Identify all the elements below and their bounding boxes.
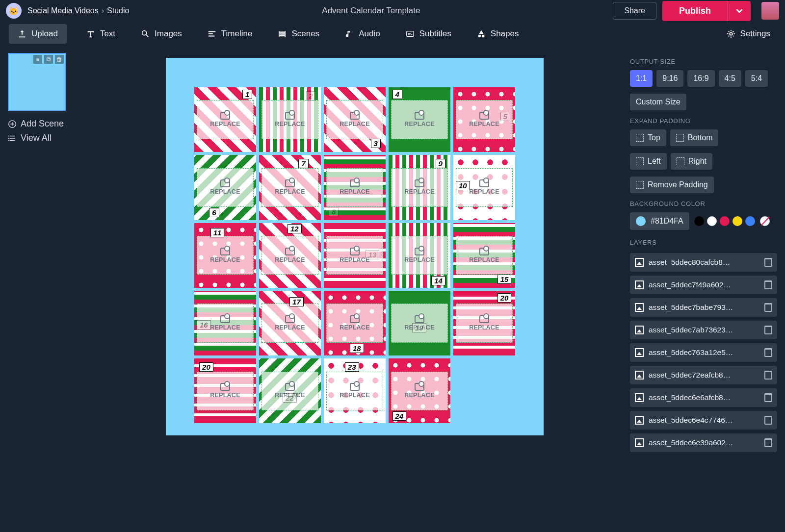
layer-delete-button[interactable]: [764, 438, 772, 447]
add-scene-button[interactable]: Add Scene: [8, 119, 83, 129]
replace-slot[interactable]: REPLACE: [391, 168, 448, 207]
pad-right-button[interactable]: Right: [671, 153, 712, 170]
replace-slot[interactable]: REPLACE: [197, 372, 254, 410]
scene-thumbnail[interactable]: ≡ ⧉ 🗑: [8, 53, 66, 111]
view-all-button[interactable]: View All: [8, 133, 83, 143]
replace-slot[interactable]: REPLACE: [326, 100, 383, 139]
ratio-4-5[interactable]: 4:5: [719, 70, 741, 87]
remove-padding-button[interactable]: Remove Padding: [630, 177, 714, 193]
replace-slot[interactable]: REPLACE: [262, 168, 318, 207]
layer-delete-button[interactable]: [764, 326, 772, 334]
duplicate-icon[interactable]: ⧉: [44, 55, 53, 64]
layer-delete-button[interactable]: [764, 280, 772, 289]
replace-slot[interactable]: REPLACE: [456, 304, 513, 342]
calendar-cell[interactable]: REPLACE1: [194, 87, 256, 152]
replace-slot[interactable]: REPLACE: [262, 304, 318, 342]
user-avatar[interactable]: [761, 2, 779, 20]
project-title[interactable]: Advent Calendar Template: [135, 6, 607, 16]
ratio-9-16[interactable]: 9:16: [656, 70, 683, 87]
layer-delete-button[interactable]: [764, 303, 772, 312]
calendar-cell[interactable]: REPLACE23: [324, 358, 386, 423]
calendar-cell[interactable]: REPLACE22: [259, 358, 321, 423]
replace-slot[interactable]: REPLACE: [326, 168, 383, 207]
replace-slot[interactable]: REPLACE: [391, 236, 448, 275]
calendar-cell[interactable]: REPLACE11: [194, 223, 256, 288]
layer-delete-button[interactable]: [764, 348, 772, 357]
layer-delete-button[interactable]: [764, 371, 772, 380]
images-button[interactable]: Images: [135, 25, 188, 43]
upload-button[interactable]: Upload: [9, 24, 67, 44]
replace-slot[interactable]: REPLACE: [262, 372, 318, 410]
layer-row[interactable]: asset_5ddec7f49a602…: [630, 276, 777, 294]
publish-button[interactable]: Publish: [662, 1, 728, 21]
swatch[interactable]: [733, 216, 742, 226]
layer-row[interactable]: asset_5ddec6e4c7746…: [630, 411, 777, 430]
calendar-cell[interactable]: REPLACE10: [453, 155, 515, 220]
calendar-cell[interactable]: REPLACE19: [389, 291, 450, 355]
replace-slot[interactable]: REPLACE: [197, 168, 254, 207]
replace-slot[interactable]: REPLACE: [456, 236, 513, 275]
layer-row[interactable]: asset_5ddec763a12e5…: [630, 343, 777, 362]
timeline-button[interactable]: Timeline: [202, 25, 259, 43]
calendar-cell[interactable]: REPLACE18: [324, 291, 386, 355]
replace-slot[interactable]: REPLACE: [262, 100, 318, 139]
layer-delete-button[interactable]: [764, 258, 772, 267]
layer-row[interactable]: asset_5ddec6e6afcb8…: [630, 388, 777, 407]
calendar-cell[interactable]: REPLACE6: [194, 155, 256, 220]
bgcolor-display[interactable]: #81D4FA: [630, 212, 689, 230]
pad-top-button[interactable]: Top: [630, 129, 666, 146]
reorder-icon[interactable]: ≡: [33, 55, 42, 64]
layer-row[interactable]: asset_5ddec80cafcb8…: [630, 253, 777, 272]
ratio-16-9[interactable]: 16:9: [687, 70, 714, 87]
swatch[interactable]: [694, 216, 704, 226]
pad-bottom-button[interactable]: Bottom: [670, 129, 719, 146]
calendar-cell[interactable]: REPLACE9: [389, 155, 450, 220]
calendar-cell[interactable]: REPLACE8: [324, 155, 386, 220]
calendar-cell[interactable]: REPLACE20: [453, 291, 515, 355]
subtitles-button[interactable]: Subtitles: [400, 25, 457, 43]
calendar-cell[interactable]: REPLACE14: [389, 223, 450, 288]
calendar-cell[interactable]: REPLACE3: [324, 87, 386, 152]
swatch[interactable]: [745, 216, 755, 226]
custom-size-button[interactable]: Custom Size: [630, 94, 686, 110]
replace-slot[interactable]: REPLACE: [262, 236, 318, 275]
layer-row[interactable]: asset_5ddec72eafcb8…: [630, 366, 777, 384]
pad-left-button[interactable]: Left: [630, 153, 667, 170]
ratio-1-1[interactable]: 1:1: [630, 70, 653, 87]
calendar-cell[interactable]: REPLACE20: [194, 358, 256, 423]
calendar-cell[interactable]: REPLACE5: [453, 87, 515, 152]
layer-row[interactable]: asset_5ddec7ab73623…: [630, 321, 777, 339]
publish-dropdown[interactable]: [728, 1, 751, 21]
replace-slot[interactable]: REPLACE: [326, 304, 383, 342]
replace-slot[interactable]: REPLACE: [391, 372, 448, 410]
layer-delete-button[interactable]: [764, 393, 772, 402]
ratio-5-4[interactable]: 5:4: [745, 70, 768, 87]
no-color-swatch[interactable]: [760, 216, 770, 226]
calendar-cell[interactable]: REPLACE12: [259, 223, 321, 288]
calendar-cell[interactable]: REPLACE15: [453, 223, 515, 288]
share-button[interactable]: Share: [613, 2, 656, 20]
text-button[interactable]: Text: [80, 25, 121, 43]
replace-slot[interactable]: REPLACE: [197, 236, 254, 275]
calendar-cell[interactable]: REPLACE16: [194, 291, 256, 355]
layer-row[interactable]: asset_5ddec6e39a602…: [630, 433, 777, 452]
calendar-cell[interactable]: REPLACE17: [259, 291, 321, 355]
app-logo[interactable]: 🐱: [6, 3, 22, 19]
shapes-button[interactable]: Shapes: [471, 25, 525, 43]
replace-slot[interactable]: REPLACE: [326, 372, 383, 410]
swatch[interactable]: [707, 216, 717, 226]
audio-button[interactable]: Audio: [339, 25, 386, 43]
layer-delete-button[interactable]: [764, 416, 772, 425]
breadcrumb-workspace[interactable]: Social Media Videos: [27, 6, 99, 15]
swatch[interactable]: [720, 216, 730, 226]
calendar-cell[interactable]: REPLACE4: [389, 87, 450, 152]
calendar-cell[interactable]: REPLACE7: [259, 155, 321, 220]
calendar-cell[interactable]: REPLACE13: [324, 223, 386, 288]
replace-slot[interactable]: REPLACE: [197, 100, 254, 139]
calendar-cell[interactable]: REPLACE24: [389, 358, 450, 423]
calendar-cell[interactable]: REPLACE2: [259, 87, 321, 152]
settings-button[interactable]: Settings: [721, 25, 776, 43]
delete-icon[interactable]: 🗑: [55, 55, 64, 64]
replace-slot[interactable]: REPLACE: [391, 100, 448, 139]
canvas[interactable]: REPLACE1REPLACE2REPLACE3REPLACE4REPLACE5…: [166, 58, 544, 435]
